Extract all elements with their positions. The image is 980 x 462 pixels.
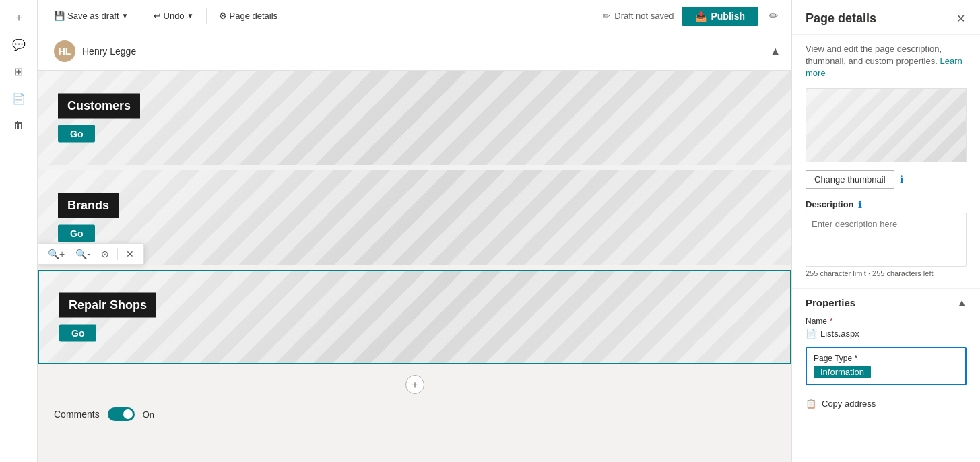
copy-address-row[interactable]: 📋 Copy address [792, 393, 980, 414]
undo-label: Undo [164, 11, 185, 21]
page-type-required: * [855, 354, 858, 363]
zoom-in-btn[interactable]: 🔍+ [44, 246, 69, 261]
avatar: HL [54, 40, 75, 62]
card-bg-brands [38, 170, 791, 265]
card-go-btn-brands[interactable]: Go [58, 225, 95, 242]
undo-chevron[interactable]: ▼ [187, 12, 194, 20]
author-name: Henry Legge [82, 46, 136, 57]
scroll-up-button[interactable]: ▲ [770, 45, 781, 57]
top-bar: 💾 Save as draft ▼ ↩ Undo ▼ ⚙ Page detail… [38, 0, 791, 32]
page-details-nav-button[interactable]: ⚙ Page details [214, 8, 284, 24]
card-brands: Brands Go [38, 170, 791, 265]
right-panel: Page details ✕ View and edit the page de… [791, 0, 980, 462]
thumbnail-area [806, 88, 967, 162]
add-section-row: ＋ [38, 370, 791, 399]
change-thumbnail-button[interactable]: Change thumbnail [806, 170, 894, 189]
card-go-btn-repair-shops[interactable]: Go [59, 325, 96, 342]
layout-btn[interactable]: ⊞ [7, 59, 31, 84]
author-bar: HL Henry Legge ▲ [38, 32, 791, 71]
comments-label: Comments [54, 409, 100, 420]
gear-icon: ⚙ [219, 11, 227, 21]
description-label-row: Description ℹ [792, 199, 980, 213]
undo-icon: ↩ [154, 11, 161, 21]
change-thumbnail-row: Change thumbnail ℹ [792, 170, 980, 199]
card-content-customers: Customers Go [58, 94, 140, 143]
panel-title: Page details [806, 11, 876, 26]
name-label-text: Name [806, 317, 827, 326]
undo-button[interactable]: ↩ Undo ▼ [148, 8, 199, 24]
panel-description: View and edit the page description, thum… [792, 35, 980, 88]
file-icon: 📄 [806, 329, 816, 339]
draft-status-text: Draft not saved [614, 11, 674, 21]
publish-button[interactable]: 📤 Publish [682, 7, 758, 26]
page-details-nav-label: Page details [230, 11, 278, 21]
panel-header: Page details ✕ [792, 0, 980, 35]
divider-1 [141, 8, 141, 24]
save-draft-chevron[interactable]: ▼ [122, 12, 129, 20]
main-area: 💾 Save as draft ▼ ↩ Undo ▼ ⚙ Page detail… [38, 0, 791, 462]
name-required: * [830, 317, 833, 326]
char-limit-text: 255 character limit · 255 characters lef… [792, 267, 980, 288]
properties-title: Properties [806, 297, 855, 308]
section-cards-area: Customers Go Brands Go 🔍+ 🔍- ⊙ [38, 71, 791, 399]
close-toolbar-btn[interactable]: ✕ [122, 246, 138, 261]
name-field: Name * 📄 Lists.aspx [792, 317, 980, 347]
description-textarea[interactable] [806, 213, 967, 267]
comment-btn[interactable]: 💬 [7, 32, 31, 57]
thumbnail-info-icon[interactable]: ℹ [900, 174, 903, 185]
card-title-customers: Customers [58, 94, 140, 119]
pages-btn[interactable]: 📄 [7, 86, 31, 110]
card-content-brands: Brands Go [58, 193, 119, 242]
card-repair-shops[interactable]: Repair Shops Go [38, 270, 791, 364]
page-content: HL Henry Legge ▲ Customers Go Brands Go [38, 32, 791, 462]
description-info-icon[interactable]: ℹ [858, 199, 861, 210]
save-icon: 💾 [54, 11, 65, 21]
save-draft-label: Save as draft [67, 11, 119, 21]
toggle-status: On [143, 409, 154, 420]
fit-btn[interactable]: ⊙ [97, 246, 113, 261]
description-label: Description [806, 199, 854, 209]
edit-pencil-button[interactable]: ✏ [766, 7, 781, 25]
card-title-repair-shops: Repair Shops [59, 293, 156, 318]
publish-icon: 📤 [695, 11, 707, 22]
name-label: Name * [806, 317, 967, 326]
zoom-out-btn[interactable]: 🔍- [71, 246, 94, 261]
card-toolbar: 🔍+ 🔍- ⊙ ✕ [38, 243, 144, 265]
save-draft-button[interactable]: 💾 Save as draft ▼ [48, 8, 134, 24]
copy-address-label: Copy address [822, 399, 876, 409]
add-section-bottom-btn[interactable]: ＋ [405, 375, 424, 394]
properties-collapse-btn[interactable]: ▲ [957, 297, 967, 308]
copy-icon: 📋 [806, 399, 816, 409]
toolbar-sep [117, 248, 118, 260]
card-customers: Customers Go [38, 71, 791, 165]
card-content-repair-shops: Repair Shops Go [59, 293, 156, 342]
comments-toggle[interactable] [108, 407, 135, 421]
card-title-brands: Brands [58, 193, 119, 218]
publish-label: Publish [711, 11, 745, 22]
avatar-initials: HL [59, 46, 71, 57]
bottom-bar: Comments On [38, 399, 791, 429]
card-bg-customers [38, 71, 791, 165]
add-section-top-btn[interactable]: ＋ [7, 5, 31, 30]
name-value-row: 📄 Lists.aspx [806, 329, 967, 339]
properties-header: Properties ▲ [792, 288, 980, 317]
draft-status: ✏ Draft not saved [603, 11, 674, 21]
panel-close-button[interactable]: ✕ [955, 11, 967, 26]
divider-2 [206, 8, 207, 24]
active-card-wrapper: 🔍+ 🔍- ⊙ ✕ ✏ ✥ ⎘ 🗑 Repair S [38, 270, 791, 364]
pencil-icon: ✏ [603, 11, 610, 21]
top-bar-left: 💾 Save as draft ▼ ↩ Undo ▼ ⚙ Page detail… [48, 8, 283, 24]
top-bar-right: ✏ Draft not saved 📤 Publish ✏ [603, 7, 781, 26]
left-toolbar: ＋ 💬 ⊞ 📄 🗑 [0, 0, 38, 462]
page-type-label-text: Page Type [814, 354, 852, 363]
panel-desc-text: View and edit the page description, thum… [806, 44, 942, 66]
card-go-btn-customers[interactable]: Go [58, 125, 95, 143]
delete-btn[interactable]: 🗑 [7, 113, 31, 137]
name-value: Lists.aspx [820, 329, 859, 339]
page-type-container[interactable]: Page Type * Information [806, 347, 967, 385]
page-type-value: Information [814, 366, 871, 378]
page-type-label: Page Type * [814, 354, 958, 363]
